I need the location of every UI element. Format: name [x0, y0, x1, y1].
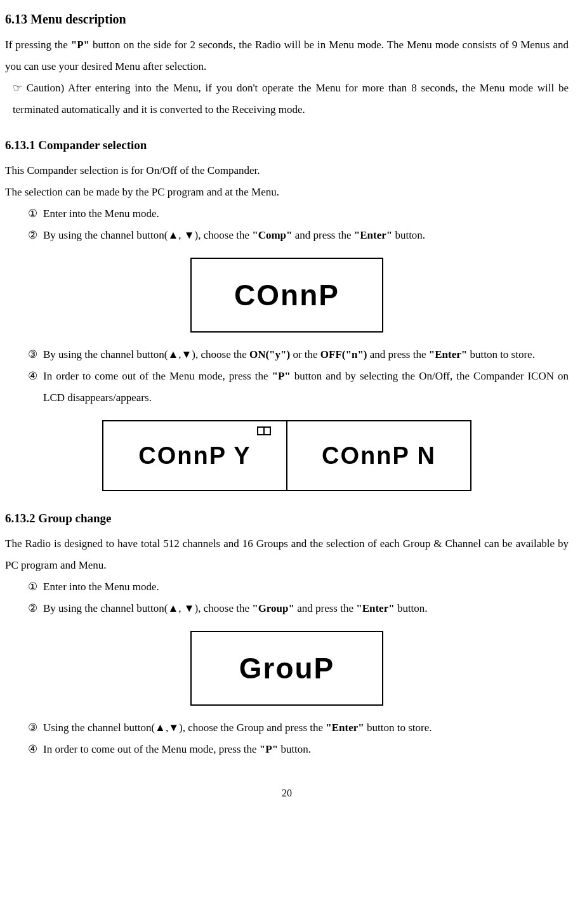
circled-2-icon: ② — [28, 225, 43, 246]
text: Using the channel button(▲,▼), choose th… — [43, 722, 326, 734]
section-6-13-caution: ☞ Caution) After entering into the Menu,… — [5, 77, 569, 121]
off-n-label: OFF("n") — [320, 348, 367, 360]
list-item: ④ In order to come out of the Menu mode,… — [28, 739, 569, 760]
circled-3-icon: ③ — [28, 344, 43, 366]
list-item: ① Enter into the Menu mode. — [28, 203, 569, 225]
circled-3-icon: ③ — [28, 717, 43, 739]
text: and press the — [292, 229, 353, 241]
text: In order to come out of the Menu mode, p… — [43, 370, 272, 382]
p-button-label: "P" — [71, 39, 89, 51]
circled-1-icon: ① — [28, 203, 43, 225]
page-number: 20 — [5, 783, 569, 803]
text: In order to come out of the Menu mode, p… — [43, 743, 260, 755]
text: button on the side for 2 seconds, the Ra… — [5, 39, 569, 72]
text: and press the — [294, 602, 356, 614]
list-item: ① Enter into the Menu mode. — [28, 576, 569, 598]
p-button-label: "P" — [260, 743, 278, 755]
lcd-text: COnnP — [234, 280, 339, 310]
text: In order to come out of the Menu mode, p… — [43, 366, 569, 409]
section-6-13-2-heading: 6.13.2 Group change — [5, 506, 569, 531]
section-6-13-p1: If pressing the "P" button on the side f… — [5, 34, 569, 77]
compander-icon — [257, 426, 271, 435]
group-label: "Group" — [252, 602, 294, 614]
text: By using the channel button(▲, ▼), choos… — [43, 598, 569, 619]
text: By using the channel button(▲,▼), choose… — [43, 348, 249, 360]
enter-label: "Enter" — [326, 722, 364, 734]
lcd-text: COnnP N — [322, 444, 436, 468]
list-item: ② By using the channel button(▲, ▼), cho… — [28, 225, 569, 246]
circled-1-icon: ① — [28, 576, 43, 598]
lcd-display-n: COnnP N — [286, 420, 471, 491]
comp-label: "Comp" — [252, 229, 292, 241]
text: or the — [290, 348, 320, 360]
text: button. — [278, 743, 311, 755]
enter-label: "Enter" — [356, 602, 394, 614]
list-item: ④ In order to come out of the Menu mode,… — [28, 366, 569, 409]
text: Enter into the Menu mode. — [43, 203, 569, 225]
text: button to store. — [364, 722, 432, 734]
lcd-display: COnnP — [190, 258, 383, 333]
text: Enter into the Menu mode. — [43, 576, 569, 598]
lcd-display-y: COnnP Y — [102, 420, 287, 491]
section-6-13-1-p1: This Compander selection is for On/Off o… — [5, 160, 569, 182]
lcd-display: GrouP — [190, 631, 383, 706]
on-y-label: ON("y") — [249, 348, 290, 360]
list-item: ③ Using the channel button(▲,▼), choose … — [28, 717, 569, 739]
text: button. — [395, 602, 428, 614]
lcd-text: GrouP — [239, 654, 335, 683]
section-6-13-heading: 6.13 Menu description — [5, 6, 569, 32]
text: By using the channel button(▲,▼), choose… — [43, 344, 569, 366]
text: In order to come out of the Menu mode, p… — [43, 739, 569, 760]
lcd-comp-figure: COnnP — [5, 258, 569, 333]
enter-label: "Enter" — [429, 348, 467, 360]
lcd-group-figure: GrouP — [5, 631, 569, 706]
list-item: ③ By using the channel button(▲,▼), choo… — [28, 344, 569, 366]
text: Using the channel button(▲,▼), choose th… — [43, 717, 569, 739]
lcd-comp-yn-figure: COnnP Y COnnP N — [5, 420, 569, 491]
enter-label: "Enter" — [354, 229, 392, 241]
circled-2-icon: ② — [28, 598, 43, 619]
section-6-13-1-p2: The selection can be made by the PC prog… — [5, 182, 569, 203]
text: and press the — [367, 348, 429, 360]
list-item: ② By using the channel button(▲, ▼), cho… — [28, 598, 569, 619]
text: By using the channel button(▲, ▼), choos… — [43, 225, 569, 246]
text: button. — [392, 229, 425, 241]
p-button-label: "P" — [272, 370, 291, 382]
text: By using the channel button(▲, ▼), choos… — [43, 602, 252, 614]
circled-4-icon: ④ — [28, 366, 43, 409]
text: button to store. — [467, 348, 535, 360]
circled-4-icon: ④ — [28, 739, 43, 760]
section-6-13-2-p1: The Radio is designed to have total 512 … — [5, 533, 569, 576]
lcd-text: COnnP Y — [138, 444, 251, 468]
section-6-13-1-heading: 6.13.1 Compander selection — [5, 133, 569, 157]
text: If pressing the — [5, 39, 71, 51]
text: By using the channel button(▲, ▼), choos… — [43, 229, 252, 241]
